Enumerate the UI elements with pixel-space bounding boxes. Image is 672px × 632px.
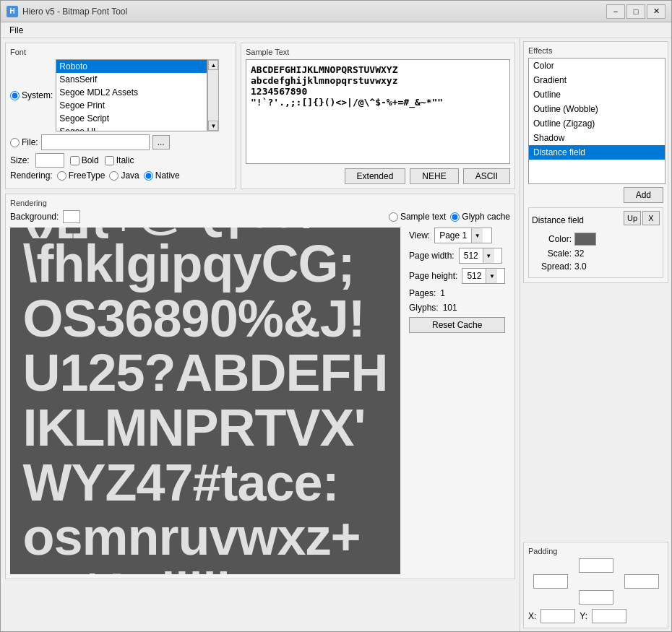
page-select-arrow[interactable]: ▼ [471,228,483,243]
font-list-item[interactable]: Segoe Print [56,99,207,112]
font-list-item[interactable]: Roboto [56,60,207,73]
page-select[interactable]: Page 1 ▼ [434,228,492,243]
effect-outline-zigzag[interactable]: Outline (Zigzag) [529,116,665,131]
pad-left-value[interactable] [534,575,568,588]
menu-bar: File [1,22,671,38]
system-radio[interactable] [10,91,20,100]
x-value[interactable] [541,610,575,623]
italic-checkbox-label[interactable]: Italic [105,155,134,165]
padding-panel: Padding ▲ ▼ [523,542,668,628]
pad-bottom-value[interactable] [580,591,613,604]
window-title: Hiero v5 - Bitmap Font Tool [22,7,606,17]
effect-color-picker[interactable] [574,233,596,246]
effect-scale-row: Scale: 32 [532,248,660,259]
effect-shadow[interactable]: Shadow [529,131,665,145]
sample-text-box[interactable]: ABCDEFGHIJKLMNOPQRSTUVWXYZ abcdefghijklm… [246,59,510,164]
effect-scale-value: 32 [574,248,584,259]
size-spinner[interactable]: ▲ ▼ [35,153,64,168]
xy-row: X: ▲ ▼ Y: ▲ ▼ [528,609,663,623]
effect-up-button[interactable]: Up [624,211,641,225]
page-width-value: 512 [461,251,481,261]
x-label: X: [528,611,536,621]
reset-cache-button[interactable]: Reset Cache [409,317,505,333]
bold-checkbox-label[interactable]: Bold [70,155,99,165]
pad-right-spinner: ▲ ▼ [624,574,659,589]
page-height-arrow[interactable]: ▼ [486,269,497,283]
font-list-scrollbar[interactable]: ▲ ▼ [207,59,219,131]
scroll-down-btn[interactable]: ▼ [208,121,218,131]
y-value[interactable] [593,610,626,623]
effect-gradient[interactable]: Gradient [529,73,665,87]
effect-color[interactable]: Color [529,59,665,73]
nehe-button[interactable]: NEHE [410,168,458,184]
font-list-item[interactable]: Segoe Script [56,112,207,125]
font-list-item[interactable]: SansSerif [56,73,207,86]
glyph-cache-view-label[interactable]: Glyph cache [450,212,510,222]
size-value[interactable] [36,154,64,167]
scroll-up-btn[interactable]: ▲ [208,60,218,70]
sample-text-view-radio[interactable] [389,212,398,222]
effect-spread-label: Spread: [532,261,572,272]
effect-distance-field[interactable]: Distance field [529,145,665,160]
background-color-picker[interactable] [63,210,80,223]
pad-right-value[interactable] [625,575,659,588]
ascii-button[interactable]: ASCII [463,168,510,184]
effect-delete-button[interactable]: X [642,211,660,225]
y-label: Y: [580,611,587,621]
native-radio-label[interactable]: Native [144,170,180,181]
title-bar: H Hiero v5 - Bitmap Font Tool − □ ✕ [1,1,671,22]
page-width-select[interactable]: 512 ▼ [459,248,502,264]
y-spinner[interactable]: ▲ ▼ [592,609,626,623]
effect-color-label: Color: [532,234,572,244]
sample-line-1: ABCDEFGHIJKLMNOPQRSTUVWXYZ [251,64,505,75]
file-path-input[interactable] [41,134,150,150]
java-radio-label[interactable]: Java [109,170,139,181]
rendering-row: Rendering: FreeType Java N [10,170,231,181]
effect-outline[interactable]: Outline [529,87,665,102]
minimize-button[interactable]: − [606,4,625,19]
x-spinner[interactable]: ▲ ▼ [540,609,575,623]
italic-checkbox[interactable] [105,156,114,165]
bold-checkbox[interactable] [70,156,79,165]
effects-label: Effects [528,46,663,55]
native-radio[interactable] [144,171,153,181]
main-window: H Hiero v5 - Bitmap Font Tool − □ ✕ File… [0,0,672,632]
effects-panel: Effects Color Gradient Outline Outline (… [523,41,668,283]
menu-file[interactable]: File [4,24,29,37]
sample-buttons: Extended NEHE ASCII [246,168,510,184]
glyphs-label: Glyphs: [409,303,439,313]
freetype-radio-label[interactable]: FreeType [57,170,105,181]
padding-label: Padding [528,547,663,555]
file-radio[interactable] [10,138,20,147]
glyph-cache-view-radio[interactable] [450,212,460,222]
effect-controls-label: Distance field [532,215,584,225]
freetype-radio[interactable] [57,171,66,181]
sample-text-view-label[interactable]: Sample text [389,212,446,222]
font-section: System: Roboto SansSerif Segoe MDL2 Asse… [10,59,231,181]
file-radio-label[interactable]: File: [10,137,38,147]
rendering-inner: ()[]{$@Q|bd/ \fhklgipqyCG; OS36890%&J! U… [10,228,510,574]
glyph-display: ()[]{$@Q|bd/ \fhklgipqyCG; OS36890%&J! U… [15,228,395,574]
font-list-item[interactable]: Segoe MDL2 Assets [56,86,207,99]
extended-button[interactable]: Extended [345,168,406,184]
font-list-item[interactable]: Segoe UI [56,125,207,131]
close-button[interactable]: ✕ [647,4,665,19]
system-radio-label[interactable]: System: [10,90,53,100]
sample-line-2: abcdefghijklmnopqrstuvwxyz [251,75,505,86]
font-panel-label: Font [10,48,231,56]
effect-outline-wobble[interactable]: Outline (Wobble) [529,102,665,116]
java-radio[interactable] [109,171,119,181]
browse-button[interactable]: ... [152,135,170,150]
add-effect-button[interactable]: Add [624,187,663,203]
pad-bottom-spinner: ▲ ▼ [579,590,613,605]
font-list[interactable]: Roboto SansSerif Segoe MDL2 Assets Segoe… [56,59,207,131]
page-height-value: 512 [464,271,484,281]
page-height-select[interactable]: 512 ▼ [462,268,505,284]
sample-line-4: "!`?'.,;:[]{}()<>|/@\^$-%+=#_&~*"" [251,97,505,108]
pad-top-value[interactable] [580,559,613,572]
sample-text-label: Sample Text [246,48,510,56]
maximize-button[interactable]: □ [626,4,645,19]
effect-color-row: Color: [532,233,660,246]
sample-line-3: 1234567890 [251,86,505,97]
page-width-arrow[interactable]: ▼ [483,248,494,263]
